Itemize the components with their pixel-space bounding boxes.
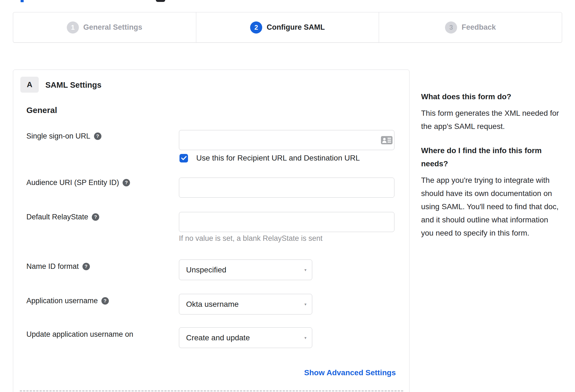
section-a-badge: A — [20, 77, 39, 93]
saml-settings-panel: A SAML Settings General Single sign-on U… — [13, 70, 410, 392]
single-sign-on-url-label: Single sign-on URL ? — [26, 132, 101, 140]
wizard-stepper: 1 General Settings 2 Configure SAML 3 Fe… — [13, 12, 562, 43]
application-username-label: Application username ? — [26, 297, 109, 305]
update-app-username-label-text: Update application username on — [26, 330, 133, 339]
default-relaystate-label: Default RelayState ? — [26, 213, 99, 221]
step-general-settings[interactable]: 1 General Settings — [13, 12, 196, 42]
step-3-label: Feedback — [461, 23, 496, 32]
name-id-format-label: Name ID format ? — [26, 262, 90, 271]
default-relaystate-label-text: Default RelayState — [26, 213, 88, 221]
application-username-value: Okta username — [186, 300, 239, 309]
name-id-format-label-text: Name ID format — [26, 262, 79, 271]
help-icon[interactable]: ? — [94, 132, 101, 140]
recipient-url-checkbox-row: Use this for Recipient URL and Destinati… — [179, 154, 360, 162]
step-3-circle: 3 — [445, 21, 457, 34]
help-icon[interactable]: ? — [92, 213, 99, 221]
relaystate-hint: If no value is set, a blank RelayState i… — [179, 234, 322, 243]
name-id-format-select[interactable]: Unspecified ▾ — [179, 260, 312, 280]
chevron-down-icon: ▾ — [304, 302, 306, 307]
recipient-url-checkbox-label: Use this for Recipient URL and Destinati… — [196, 154, 360, 162]
tab-underline-fragment — [21, 0, 24, 2]
audience-uri-label: Audience URI (SP Entity ID) ? — [26, 178, 130, 187]
name-id-format-value: Unspecified — [186, 266, 226, 274]
chevron-down-icon: ▾ — [304, 335, 306, 340]
help-icon[interactable]: ? — [101, 297, 109, 305]
sidebar-answer-1: This form generates the XML needed for t… — [421, 107, 560, 133]
sidebar-answer-2: The app you're trying to integrate with … — [421, 174, 560, 240]
panel-title: SAML Settings — [45, 81, 101, 90]
update-app-username-label: Update application username on — [26, 330, 133, 339]
chevron-down-icon: ▾ — [304, 267, 306, 272]
help-icon[interactable]: ? — [82, 263, 90, 270]
step-1-label: General Settings — [83, 23, 142, 32]
audience-uri-label-text: Audience URI (SP Entity ID) — [26, 178, 119, 187]
help-icon[interactable]: ? — [123, 179, 130, 186]
general-section-heading: General — [26, 106, 57, 115]
step-1-circle: 1 — [67, 21, 79, 34]
default-relaystate-input[interactable] — [179, 212, 394, 232]
toggle-fragment — [156, 0, 165, 2]
update-app-username-select[interactable]: Create and update ▾ — [179, 327, 312, 348]
sidebar-question-1: What does this form do? — [421, 90, 560, 103]
help-sidebar: What does this form do? This form genera… — [421, 90, 560, 240]
audience-uri-input[interactable] — [179, 178, 394, 198]
check-icon — [181, 156, 187, 160]
step-2-label: Configure SAML — [267, 23, 325, 32]
show-advanced-settings-link[interactable]: Show Advanced Settings — [304, 368, 396, 377]
sidebar-question-2: Where do I find the info this form needs… — [421, 144, 560, 170]
configure-saml-page: 1 General Settings 2 Configure SAML 3 Fe… — [0, 0, 575, 392]
application-username-select[interactable]: Okta username ▾ — [179, 294, 312, 314]
section-divider — [20, 390, 403, 391]
step-configure-saml[interactable]: 2 Configure SAML — [196, 12, 379, 42]
step-feedback[interactable]: 3 Feedback — [379, 12, 562, 42]
step-2-circle: 2 — [250, 21, 262, 34]
single-sign-on-url-label-text: Single sign-on URL — [26, 132, 90, 140]
application-username-label-text: Application username — [26, 297, 98, 305]
update-app-username-value: Create and update — [186, 333, 250, 342]
single-sign-on-url-input[interactable] — [179, 130, 394, 150]
recipient-url-checkbox[interactable] — [179, 154, 188, 162]
